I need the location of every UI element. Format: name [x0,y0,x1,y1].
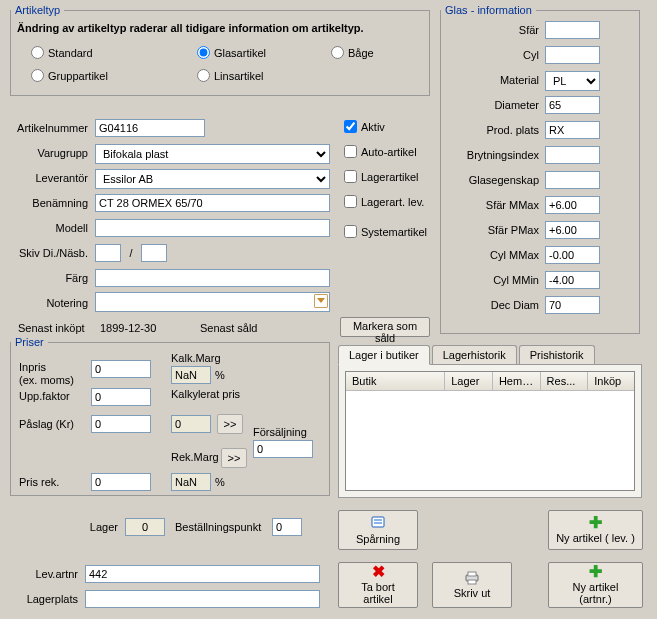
auto-checkbox[interactable]: Auto-artikel [344,145,417,158]
artikeltyp-group: Artikeltyp Ändring av artikeltyp raderar… [10,4,430,96]
rek-marg-value [171,473,211,491]
glasegenskap-input[interactable] [545,171,600,189]
lagerplats-input[interactable] [85,590,320,608]
percent-2: % [215,476,225,488]
lager-label: Lager [68,521,118,533]
brytning-label: Brytningsindex [441,149,539,161]
markera-sald-button[interactable]: Markera som såld [340,317,430,337]
sfar-pmax-label: Sfär PMax [441,224,539,236]
brytning-input[interactable] [545,146,600,164]
pris-rek-input[interactable] [91,473,151,491]
cyl-input[interactable] [545,46,600,64]
radio-bage[interactable]: Båge [331,46,374,59]
go-button-1[interactable]: >> [217,414,243,434]
tabs: Lager i butiker Lagerhistorik Prishistor… [338,345,597,365]
col-butik[interactable]: Butik [346,372,445,390]
diameter-input[interactable] [545,96,600,114]
modell-input[interactable] [95,219,330,237]
senast-sald-label: Senast såld [200,322,257,334]
radio-linsartikel[interactable]: Linsartikel [197,69,264,82]
artikelnummer-input[interactable] [95,119,205,137]
col-heml[interactable]: Heml... [493,372,541,390]
col-inkop[interactable]: Inköp [588,372,634,390]
prodplats-label: Prod. plats [441,124,539,136]
tab-lagerhistorik[interactable]: Lagerhistorik [432,345,517,365]
sfar-pmax-input[interactable] [545,221,600,239]
plus-icon: ✚ [589,565,602,579]
col-lager[interactable]: Lager [445,372,493,390]
radio-gruppartikel[interactable]: Gruppartikel [31,69,108,82]
skiv-b-input[interactable] [141,244,167,262]
artikelnummer-label: Artikelnummer [8,122,88,134]
radio-standard[interactable]: Standard [31,46,93,59]
decdiam-input[interactable] [545,296,600,314]
ny-artnr-label: Ny artikel (artnr.) [555,581,636,605]
forsaljning-input[interactable] [253,440,313,458]
senast-inkopt-label: Senast inköpt [18,322,85,334]
tab-prishistorik[interactable]: Prishistorik [519,345,595,365]
inpris-label-2: (ex. moms) [19,374,74,386]
sfar-mmax-input[interactable] [545,196,600,214]
cyl-mmin-label: Cyl MMin [441,274,539,286]
modell-label: Modell [8,222,88,234]
levartnr-input[interactable] [85,565,320,583]
lagerplats-label: Lagerplats [8,593,78,605]
ny-lev-label: Ny artikel ( lev. ) [556,532,635,544]
best-input[interactable] [272,518,302,536]
sparning-label: Spårning [356,533,400,545]
uppfaktor-input[interactable] [91,388,151,406]
cyl-mmax-input[interactable] [545,246,600,264]
paslag-input[interactable] [91,415,151,433]
material-label: Material [441,74,539,86]
printer-icon [464,571,480,585]
priser-legend: Priser [11,336,48,348]
notering-input[interactable] [95,292,330,312]
lagerart-lev-checkbox[interactable]: Lagerart. lev. [344,195,424,208]
ta-bort-button[interactable]: ✖ Ta bort artikel [338,562,418,608]
radio-glasartikel[interactable]: Glasartikel [197,46,266,59]
kalk-marg-label: Kalk.Marg [171,352,221,364]
sfar-label: Sfär [441,24,539,36]
farg-input[interactable] [95,269,330,287]
cyl-mmax-label: Cyl MMax [441,249,539,261]
inpris-input[interactable] [91,360,151,378]
inpris-label-1: Inpris [19,361,46,373]
ny-artikel-lev-button[interactable]: ✚ Ny artikel ( lev. ) [548,510,643,550]
aktiv-checkbox[interactable]: Aktiv [344,120,385,133]
tabpanel: Butik Lager Heml... Res... Inköp [338,364,642,498]
forsaljning-label: Försäljning [253,426,307,438]
kalkylerat-pris-label: Kalkylerat pris [171,388,240,400]
artikeltyp-warning: Ändring av artikeltyp raderar all tidiga… [17,22,425,34]
prodplats-input[interactable] [545,121,600,139]
decdiam-label: Dec Diam [441,299,539,311]
skriv-ut-button[interactable]: Skriv ut [432,562,512,608]
leverantor-select[interactable]: Essilor AB [95,169,330,189]
levartnr-label: Lev.artnr [8,568,78,580]
svg-rect-4 [468,572,476,576]
glas-legend: Glas - information [441,4,536,16]
leverantor-label: Leverantör [8,172,88,184]
pris-rek-label: Pris rek. [19,476,59,488]
paslag-label: Påslag (Kr) [19,418,74,430]
best-label: Beställningspunkt [175,521,261,533]
lager-value [125,518,165,536]
tab-lager-butiker[interactable]: Lager i butiker [338,345,430,365]
benamning-input[interactable] [95,194,330,212]
col-res[interactable]: Res... [541,372,589,390]
skiv-a-input[interactable] [95,244,121,262]
sfar-input[interactable] [545,21,600,39]
sparning-button[interactable]: Spårning [338,510,418,550]
varugrupp-label: Varugrupp [8,147,88,159]
lager-table[interactable]: Butik Lager Heml... Res... Inköp [345,371,635,491]
skriv-ut-label: Skriv ut [454,587,491,599]
cyl-mmin-input[interactable] [545,271,600,289]
go-button-2[interactable]: >> [221,448,247,468]
lagerartikel-checkbox[interactable]: Lagerartikel [344,170,418,183]
chevron-down-icon[interactable] [314,294,328,308]
varugrupp-select[interactable]: Bifokala plast [95,144,330,164]
notering-label: Notering [8,297,88,309]
farg-label: Färg [8,272,88,284]
material-select[interactable]: PL [545,71,600,91]
ny-artikel-artnr-button[interactable]: ✚ Ny artikel (artnr.) [548,562,643,608]
systemartikel-checkbox[interactable]: Systemartikel [344,225,427,238]
